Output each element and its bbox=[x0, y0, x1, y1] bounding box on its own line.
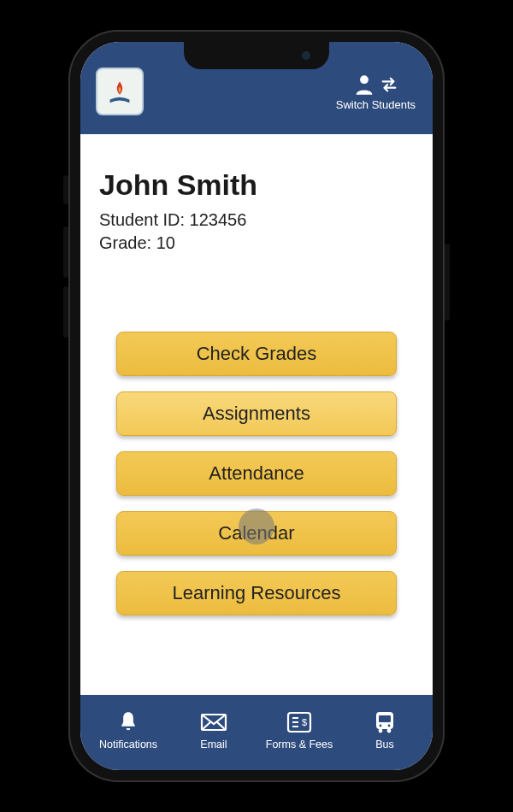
flame-book-icon bbox=[103, 75, 136, 108]
nav-email[interactable]: Email bbox=[171, 709, 256, 750]
mail-icon bbox=[200, 709, 227, 735]
bell-icon bbox=[116, 709, 140, 735]
svg-point-0 bbox=[360, 75, 369, 84]
svg-point-11 bbox=[380, 725, 382, 727]
switch-students-icon bbox=[352, 73, 398, 97]
screen: Switch Students John Smith Student ID: 1… bbox=[80, 42, 433, 770]
svg-text:$: $ bbox=[302, 717, 307, 727]
action-buttons: Check Grades Assignments Attendance Cale… bbox=[99, 332, 414, 615]
switch-students-label: Switch Students bbox=[336, 98, 416, 111]
svg-point-10 bbox=[387, 729, 392, 733]
nav-forms-fees-label: Forms & Fees bbox=[266, 738, 333, 750]
bottom-nav: Notifications Email bbox=[80, 695, 433, 770]
attendance-button[interactable]: Attendance bbox=[116, 451, 397, 496]
learning-resources-label: Learning Resources bbox=[173, 582, 341, 604]
nav-notifications-label: Notifications bbox=[99, 738, 157, 750]
assignments-button[interactable]: Assignments bbox=[116, 391, 397, 436]
forms-icon: $ bbox=[286, 709, 312, 735]
phone-volume-down bbox=[63, 286, 68, 338]
nav-email-label: Email bbox=[200, 738, 227, 750]
student-id: Student ID: 123456 bbox=[99, 209, 414, 232]
phone-notch bbox=[184, 42, 329, 69]
attendance-label: Attendance bbox=[209, 462, 304, 485]
switch-students-button[interactable]: Switch Students bbox=[336, 73, 416, 111]
phone-power-button bbox=[445, 244, 450, 321]
bus-icon bbox=[374, 709, 396, 735]
app-logo[interactable] bbox=[96, 68, 144, 115]
nav-bus-label: Bus bbox=[375, 738, 394, 750]
assignments-label: Assignments bbox=[203, 403, 310, 425]
student-name: John Smith bbox=[99, 168, 414, 202]
phone-frame: Switch Students John Smith Student ID: 1… bbox=[68, 30, 445, 782]
svg-rect-8 bbox=[379, 715, 391, 722]
phone-volume-up bbox=[63, 227, 68, 278]
nav-notifications[interactable]: Notifications bbox=[86, 709, 171, 750]
phone-mute-switch bbox=[63, 175, 68, 204]
main-content: John Smith Student ID: 123456 Grade: 10 … bbox=[80, 134, 433, 695]
svg-point-12 bbox=[388, 725, 391, 727]
nav-bus[interactable]: Bus bbox=[342, 709, 428, 750]
check-grades-label: Check Grades bbox=[197, 343, 317, 365]
touch-indicator bbox=[239, 509, 274, 544]
learning-resources-button[interactable]: Learning Resources bbox=[116, 571, 397, 615]
check-grades-button[interactable]: Check Grades bbox=[116, 332, 397, 376]
nav-forms-fees[interactable]: $ Forms & Fees bbox=[256, 709, 342, 750]
student-grade: Grade: 10 bbox=[99, 232, 414, 255]
svg-point-9 bbox=[379, 729, 383, 733]
